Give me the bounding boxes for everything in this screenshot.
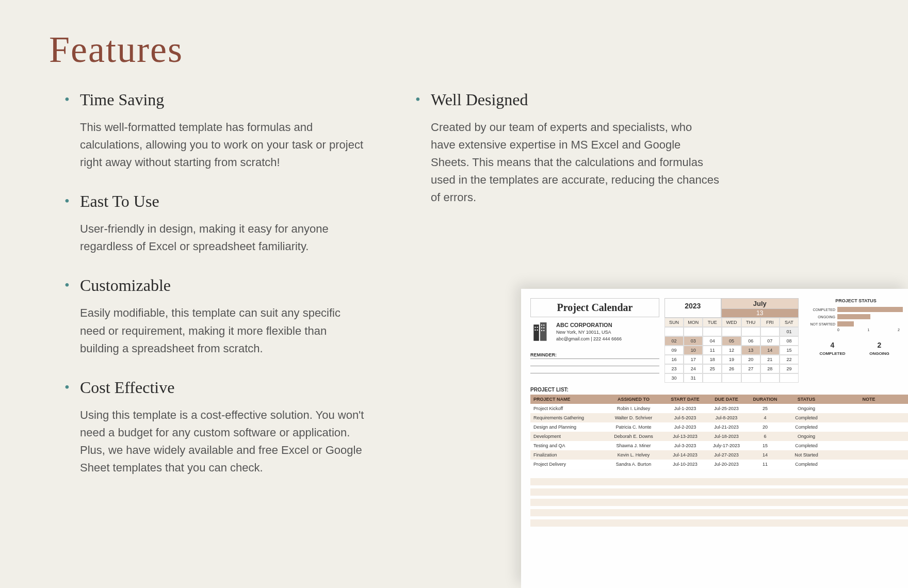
feature-body: This well-formatted template has formula… [80,119,369,171]
reminder-label: REMINDER: [530,352,659,359]
calendar-cell: 10 [684,346,703,355]
svg-rect-1 [540,322,547,341]
calendar-cell: 01 [780,327,799,336]
sheet-title: Project Calendar [530,298,659,317]
cell-status: Not Started [783,450,830,460]
cell-start-date: Jul-2-2023 [664,422,706,432]
calendar-cell: 14 [760,346,780,355]
status-bar-fill [837,321,854,326]
status-bar-row: ONGOING [809,314,903,320]
col-project-name: PROJECT NAME [530,395,603,404]
month-header: July [721,298,799,309]
table-row: FinalizationKevin L. HelveyJul-14-2023Ju… [530,450,908,460]
calendar-cell [722,327,741,336]
feature-well-designed: Well Designed Created by our team of exp… [431,90,720,206]
cell-start-date: Jul-5-2023 [664,413,706,422]
chart-axis: 012 [809,328,903,332]
svg-rect-10 [541,330,542,331]
status-chart-title: PROJECT STATUS [809,298,903,303]
axis-tick: 1 [868,328,870,332]
svg-rect-8 [541,328,542,329]
cell-project-name: Design and Planning [530,422,603,432]
cell-start-date: Jul-1-2023 [664,404,706,413]
calendar-cell [780,373,799,383]
cell-assigned-to: Patricia C. Monte [603,422,664,432]
cell-project-name: Testing and QA [530,441,603,450]
summary-cell: 4COMPLETED [809,341,856,356]
feature-cost-effective: Cost Effective Using this template is a … [80,378,369,477]
axis-tick: 0 [837,328,839,332]
cell-duration: 20 [747,422,783,432]
calendar-cell: 17 [684,355,703,364]
calendar-day-header: MON [684,318,703,327]
calendar-cell [684,327,703,336]
cell-start-date: Jul-3-2023 [664,441,706,450]
cell-status: Completed [783,460,830,469]
cell-note [830,441,908,450]
status-bar-label: NOT STARTED [809,322,837,326]
calendar-cell: 19 [722,355,741,364]
cell-start-date: Jul-14-2023 [664,450,706,460]
project-table-header: PROJECT NAME ASSIGNED TO START DATE DUE … [530,395,908,404]
summary-number: 4 [809,341,856,349]
cell-project-name: Project Kickoff [530,404,603,413]
calendar-cell: 05 [722,336,741,346]
cell-note [830,413,908,422]
cell-note [830,422,908,432]
features-left-column: Time Saving This well-formatted template… [80,90,369,497]
project-table: PROJECT NAME ASSIGNED TO START DATE DUE … [530,395,908,469]
svg-rect-7 [543,324,544,325]
cell-due-date: Jul-20-2023 [706,460,747,469]
feature-title: Well Designed [431,90,720,109]
calendar-block: 2023 July 13 SUNMONTUEWEDTHUFRISAT010203… [664,298,799,383]
calendar-cell [760,373,780,383]
calendar-cell [703,373,722,383]
summary-number: 2 [856,341,903,349]
cell-project-name: Project Delivery [530,460,603,469]
calendar-cell [741,327,760,336]
cell-status: Ongoing [783,432,830,441]
cell-start-date: Jul-10-2023 [664,460,706,469]
col-due-date: DUE DATE [706,395,747,404]
status-bar-fill [837,307,903,312]
building-icon [530,321,552,343]
cell-duration: 4 [747,413,783,422]
status-bar-fill [837,314,870,319]
calendar-cell: 27 [741,364,760,373]
calendar-cell [703,327,722,336]
cell-project-name: Finalization [530,450,603,460]
calendar-cell: 25 [703,364,722,373]
table-row: Testing and QAShawna J. MinerJul-3-2023J… [530,441,908,450]
col-status: STATUS [783,395,830,404]
cell-duration: 25 [747,404,783,413]
svg-rect-9 [543,328,544,329]
calendar-day-header: FRI [760,318,780,327]
feature-title: Customizable [80,276,369,295]
calendar-cell: 29 [780,364,799,373]
cell-assigned-to: Deborah E. Downs [603,432,664,441]
calendar-cell [722,373,741,383]
feature-body: Created by our team of experts and speci… [431,119,720,206]
year-box: 2023 [664,298,721,318]
cell-due-date: Jul-21-2023 [706,422,747,432]
calendar-cell: 28 [760,364,780,373]
axis-tick: 2 [898,328,900,332]
calendar-cell: 07 [760,336,780,346]
calendar-cell: 16 [664,355,684,364]
svg-rect-3 [537,327,538,328]
company-info: ABC CORPORATION New York, NY 10011, USA … [556,321,622,342]
current-day: 13 [721,309,799,318]
cell-start-date: Jul-13-2023 [664,432,706,441]
cell-duration: 14 [747,450,783,460]
calendar-cell: 02 [664,336,684,346]
cell-duration: 11 [747,460,783,469]
status-bar-row: COMPLETED [809,306,903,313]
calendar-day-header: THU [741,318,760,327]
reminder-line [530,359,659,366]
calendar-day-header: SAT [780,318,799,327]
status-bar-label: ONGOING [809,315,837,319]
cell-status: Completed [783,422,830,432]
table-row: Project DeliverySandra A. BurtonJul-10-2… [530,460,908,469]
calendar-cell: 03 [684,336,703,346]
status-block: PROJECT STATUS COMPLETEDONGOINGNOT START… [804,298,908,383]
